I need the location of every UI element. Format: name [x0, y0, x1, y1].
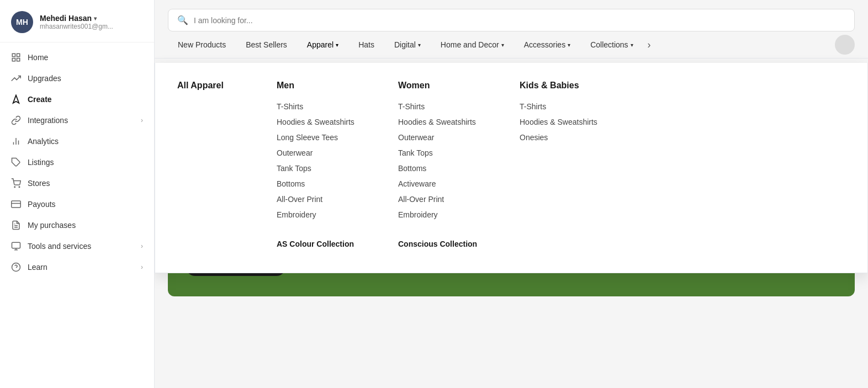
credit-icon — [11, 199, 21, 209]
home-decor-caret-icon: ▾ — [501, 42, 504, 48]
men-tshirts[interactable]: T-Shirts — [277, 100, 365, 113]
cart-icon — [11, 178, 21, 188]
sidebar-item-payouts[interactable]: Payouts — [0, 194, 154, 215]
sidebar-item-learn-label: Learn — [28, 263, 47, 272]
tab-apparel[interactable]: Apparel ▾ — [297, 31, 348, 58]
women-tshirts[interactable]: T-Shirts — [398, 100, 486, 113]
profile-info: Mehedi Hasan ▾ mhasanwrites001@gm... — [40, 14, 143, 30]
chevron-right-icon: › — [141, 116, 143, 124]
svg-marker-4 — [13, 95, 19, 103]
sidebar-item-tools-services[interactable]: Tools and services › — [0, 236, 154, 257]
dropdown-women-header: Women — [398, 81, 486, 91]
profile-email: mhasanwrites001@gm... — [40, 23, 143, 30]
top-nav: New Products Best Sellers Apparel ▾ Hats… — [155, 31, 868, 59]
bar-icon — [11, 136, 21, 146]
dropdown-women: Women T-Shirts Hoodies & Sweatshirts Out… — [398, 81, 486, 251]
tab-home-decor-label: Home and Decor — [441, 40, 499, 49]
dropdown-men: Men T-Shirts Hoodies & Sweatshirts Long … — [277, 81, 365, 251]
apparel-caret-icon: ▾ — [336, 42, 338, 48]
sidebar-item-stores-label: Stores — [28, 179, 50, 188]
sidebar-item-home[interactable]: Home — [0, 47, 154, 68]
sidebar-item-listings-label: Listings — [28, 158, 54, 167]
sidebar-item-stores[interactable]: Stores — [0, 173, 154, 194]
men-bottoms[interactable]: Bottoms — [277, 178, 365, 190]
sidebar-item-home-label: Home — [28, 53, 48, 62]
conscious-label: Conscious Collection — [398, 240, 486, 248]
sidebar-item-upgrades[interactable]: Upgrades — [0, 68, 154, 89]
svg-rect-2 — [17, 59, 20, 61]
search-bar-wrap: 🔍 — [155, 0, 868, 31]
women-allover[interactable]: All-Over Print — [398, 193, 486, 205]
chevron-right-icon-3: › — [141, 263, 143, 271]
tab-collections[interactable]: Collections ▾ — [580, 31, 643, 58]
profile-name: Mehedi Hasan ▾ — [40, 14, 143, 23]
sidebar-item-integrations-label: Integrations — [28, 116, 68, 125]
women-hoodies[interactable]: Hoodies & Sweatshirts — [398, 116, 486, 128]
chevron-down-icon: ▾ — [94, 15, 97, 22]
tab-digital-label: Digital — [394, 40, 416, 49]
tag-icon — [11, 157, 21, 167]
tab-hats[interactable]: Hats — [348, 31, 384, 58]
create-icon — [11, 94, 21, 104]
tab-best-sellers[interactable]: Best Sellers — [236, 31, 297, 58]
sidebar-item-analytics[interactable]: Analytics — [0, 131, 154, 152]
sidebar-item-create[interactable]: Create — [0, 89, 154, 110]
kids-hoodies[interactable]: Hoodies & Sweatshirts — [520, 116, 608, 128]
main-content: 🔍 New Products Best Sellers Apparel ▾ Ha… — [155, 0, 868, 388]
dropdown-all-apparel-label[interactable]: All Apparel — [177, 81, 244, 91]
sidebar-item-integrations[interactable]: Integrations › — [0, 110, 154, 131]
men-embroidery[interactable]: Embroidery — [277, 209, 365, 221]
doc-icon — [11, 220, 21, 230]
women-outerwear[interactable]: Outerwear — [398, 131, 486, 143]
tab-new-products[interactable]: New Products — [168, 31, 236, 58]
kids-onesies[interactable]: Onesies — [520, 131, 608, 143]
dropdown-kids: Kids & Babies T-Shirts Hoodies & Sweatsh… — [520, 81, 608, 251]
tab-home-decor[interactable]: Home and Decor ▾ — [431, 31, 514, 58]
tab-accessories-label: Accessories — [524, 40, 565, 49]
search-input[interactable] — [194, 16, 845, 25]
men-longsleeve[interactable]: Long Sleeve Tees — [277, 131, 365, 143]
tools-icon — [11, 241, 21, 251]
dropdown-kids-header: Kids & Babies — [520, 81, 608, 91]
as-colour-label: AS Colour Collection — [277, 240, 365, 248]
search-bar[interactable]: 🔍 — [168, 9, 855, 31]
dropdown-all-apparel: All Apparel — [177, 81, 244, 251]
sidebar-profile[interactable]: MH Mehedi Hasan ▾ mhasanwrites001@gm... — [0, 0, 154, 42]
sidebar-item-analytics-label: Analytics — [28, 137, 59, 146]
svg-point-9 — [14, 187, 15, 188]
men-outerwear[interactable]: Outerwear — [277, 147, 365, 159]
sidebar-item-upgrades-label: Upgrades — [28, 74, 61, 83]
digital-caret-icon: ▾ — [418, 42, 421, 48]
men-tank-tops[interactable]: Tank Tops — [277, 162, 365, 174]
women-bottoms[interactable]: Bottoms — [398, 162, 486, 174]
svg-rect-1 — [17, 54, 20, 56]
women-activeware[interactable]: Activeware — [398, 178, 486, 190]
nav-scroll-right-button[interactable]: › — [643, 35, 655, 55]
help-icon — [11, 262, 21, 272]
dropdown-men-header: Men — [277, 81, 365, 91]
women-embroidery[interactable]: Embroidery — [398, 209, 486, 221]
user-avatar-nav[interactable] — [835, 35, 855, 55]
sidebar-item-my-purchases[interactable]: My purchases — [0, 215, 154, 236]
tab-best-sellers-label: Best Sellers — [246, 40, 287, 49]
svg-rect-3 — [12, 59, 15, 61]
sidebar-item-listings[interactable]: Listings — [0, 152, 154, 173]
sidebar-item-payouts-label: Payouts — [28, 200, 56, 209]
tab-accessories[interactable]: Accessories ▾ — [514, 31, 580, 58]
chevron-right-icon-2: › — [141, 242, 143, 250]
men-allover[interactable]: All-Over Print — [277, 193, 365, 205]
sidebar-item-create-label: Create — [28, 95, 52, 104]
sidebar-item-learn[interactable]: Learn › — [0, 257, 154, 278]
kids-tshirts[interactable]: T-Shirts — [520, 100, 608, 113]
grid-icon — [11, 52, 21, 62]
tab-digital[interactable]: Digital ▾ — [384, 31, 431, 58]
sidebar-nav: Home Upgrades Create Integrations › — [0, 42, 154, 388]
men-hoodies[interactable]: Hoodies & Sweatshirts — [277, 116, 365, 128]
accessories-caret-icon: ▾ — [568, 42, 570, 48]
svg-rect-15 — [12, 242, 20, 248]
sidebar: MH Mehedi Hasan ▾ mhasanwrites001@gm... … — [0, 0, 155, 388]
tab-apparel-label: Apparel — [307, 40, 334, 49]
svg-rect-0 — [12, 54, 15, 56]
search-icon: 🔍 — [177, 15, 188, 25]
women-tank-tops[interactable]: Tank Tops — [398, 147, 486, 159]
